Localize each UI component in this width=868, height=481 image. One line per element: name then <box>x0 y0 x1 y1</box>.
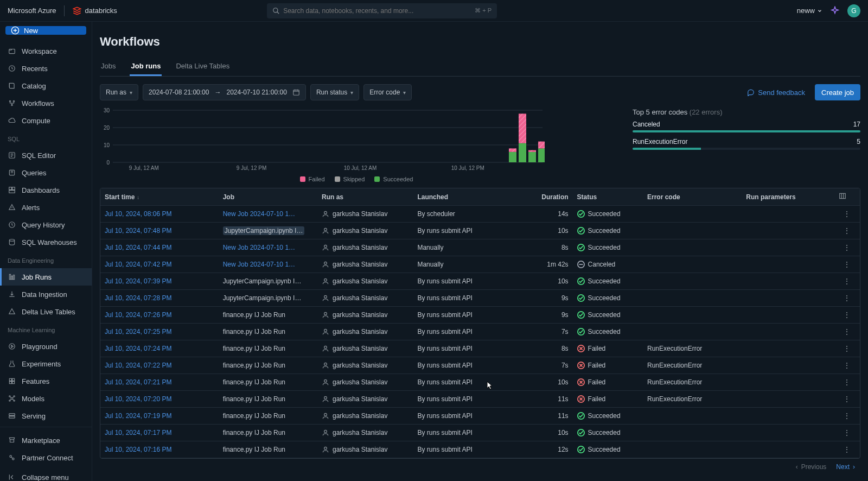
start-time-link[interactable]: Jul 10, 2024, 07:16 PM <box>105 446 171 453</box>
table-row[interactable]: Jul 10, 2024, 07:39 PMJupyterCampaign.ip… <box>100 273 860 290</box>
start-time-link[interactable]: Jul 10, 2024, 08:06 PM <box>105 210 171 218</box>
table-row[interactable]: Jul 10, 2024, 07:21 PMfinance.py IJ Job … <box>100 374 860 391</box>
assistant-icon[interactable] <box>830 6 840 16</box>
start-time-link[interactable]: Jul 10, 2024, 07:42 PM <box>105 261 171 268</box>
job-cell[interactable]: JupyterCampaign.ipynb I… <box>219 290 317 307</box>
sidebar-item-sql-editor[interactable]: SQL Editor <box>0 147 92 164</box>
table-row[interactable]: Jul 10, 2024, 07:42 PMNew Job 2024-07-10… <box>100 256 860 273</box>
table-row[interactable]: Jul 10, 2024, 07:24 PMfinance.py IJ Job … <box>100 340 860 357</box>
date-range-filter[interactable]: 2024-07-08 21:00:00 → 2024-07-10 21:00:0… <box>143 84 306 100</box>
row-kebab[interactable]: ⋮ <box>834 374 860 391</box>
start-time-link[interactable]: Jul 10, 2024, 07:19 PM <box>105 412 171 420</box>
table-row[interactable]: Jul 10, 2024, 07:48 PMJupyterCampaign.ip… <box>100 223 860 239</box>
table-row[interactable]: Jul 10, 2024, 07:17 PMfinance.py IJ Job … <box>100 425 860 441</box>
col-run-as[interactable]: Run as <box>317 188 413 206</box>
table-row[interactable]: Jul 10, 2024, 07:44 PMNew Job 2024-07-10… <box>100 239 860 256</box>
start-time-link[interactable]: Jul 10, 2024, 07:28 PM <box>105 294 171 302</box>
start-time-link[interactable]: Jul 10, 2024, 07:22 PM <box>105 362 171 369</box>
job-cell[interactable]: finance.py IJ Job Run <box>219 391 317 408</box>
col-start-time[interactable]: Start time↓ <box>100 188 219 206</box>
col-status[interactable]: Status <box>573 188 643 206</box>
row-kebab[interactable]: ⋮ <box>834 408 860 425</box>
sidebar-item-playground[interactable]: Playground <box>0 338 92 355</box>
job-cell[interactable]: finance.py IJ Job Run <box>219 340 317 357</box>
start-time-link[interactable]: Jul 10, 2024, 07:17 PM <box>105 429 171 436</box>
sidebar-item-serving[interactable]: Serving <box>0 407 92 425</box>
search-box[interactable]: ⌘ + P <box>267 3 497 18</box>
job-cell[interactable]: JupyterCampaign.ipynb I… <box>219 273 317 290</box>
col-settings[interactable] <box>834 188 860 206</box>
start-time-link[interactable]: Jul 10, 2024, 07:44 PM <box>105 244 171 251</box>
col-job[interactable]: Job <box>219 188 317 206</box>
runas-filter[interactable]: Run as ▾ <box>100 84 138 100</box>
start-time-link[interactable]: Jul 10, 2024, 07:24 PM <box>105 345 171 352</box>
tab-delta-live-tables[interactable]: Delta Live Tables <box>175 58 231 76</box>
job-cell[interactable]: finance.py IJ Job Run <box>219 357 317 374</box>
start-time-link[interactable]: Jul 10, 2024, 07:26 PM <box>105 311 171 319</box>
row-kebab[interactable]: ⋮ <box>834 441 860 458</box>
col-launched[interactable]: Launched <box>413 188 508 206</box>
row-kebab[interactable]: ⋮ <box>834 324 860 340</box>
search-input[interactable] <box>283 7 475 15</box>
job-cell[interactable]: finance.py IJ Job Run <box>219 441 317 458</box>
tab-jobs[interactable]: Jobs <box>100 58 117 76</box>
row-kebab[interactable]: ⋮ <box>834 206 860 223</box>
table-row[interactable]: Jul 10, 2024, 07:22 PMfinance.py IJ Job … <box>100 357 860 374</box>
table-row[interactable]: Jul 10, 2024, 07:26 PMfinance.py IJ Job … <box>100 307 860 324</box>
col-error-code[interactable]: Error code <box>643 188 742 206</box>
workspace-dropdown[interactable]: neww <box>797 7 822 15</box>
col-run-parameters[interactable]: Run parameters <box>742 188 834 206</box>
prev-page[interactable]: ‹ Previous <box>796 463 827 471</box>
table-row[interactable]: Jul 10, 2024, 07:19 PMfinance.py IJ Job … <box>100 408 860 425</box>
start-time-link[interactable]: Jul 10, 2024, 07:48 PM <box>105 227 171 235</box>
job-cell[interactable]: finance.py IJ Job Run <box>219 408 317 425</box>
brand-logo[interactable]: databricks <box>72 6 117 16</box>
job-cell[interactable]: finance.py IJ Job Run <box>219 374 317 391</box>
collapse-menu[interactable]: Collapse menu <box>0 469 92 481</box>
row-kebab[interactable]: ⋮ <box>834 340 860 357</box>
sidebar-item-features[interactable]: Features <box>0 372 92 390</box>
sidebar-item-data-ingestion[interactable]: Data Ingestion <box>0 286 92 303</box>
row-kebab[interactable]: ⋮ <box>834 273 860 290</box>
row-kebab[interactable]: ⋮ <box>834 223 860 239</box>
col-duration[interactable]: Duration <box>509 188 573 206</box>
row-kebab[interactable]: ⋮ <box>834 425 860 441</box>
tab-job-runs[interactable]: Job runs <box>130 58 162 76</box>
error-row[interactable]: Canceled17 <box>633 121 860 132</box>
sidebar-item-dashboards[interactable]: Dashboards <box>0 181 92 199</box>
next-page[interactable]: Next › <box>836 463 855 471</box>
avatar[interactable]: G <box>847 4 860 17</box>
sidebar-item-alerts[interactable]: Alerts <box>0 199 92 216</box>
errorcode-filter[interactable]: Error code ▾ <box>363 84 412 100</box>
sidebar-item-compute[interactable]: Compute <box>0 112 92 129</box>
job-cell[interactable]: New Job 2024-07-10 1… <box>219 239 317 256</box>
sidebar-item-experiments[interactable]: Experiments <box>0 355 92 372</box>
table-row[interactable]: Jul 10, 2024, 07:28 PMJupyterCampaign.ip… <box>100 290 860 307</box>
sidebar-item-recents[interactable]: Recents <box>0 60 92 77</box>
start-time-link[interactable]: Jul 10, 2024, 07:20 PM <box>105 395 171 403</box>
job-cell[interactable]: New Job 2024-07-10 1… <box>219 206 317 223</box>
runstatus-filter[interactable]: Run status ▾ <box>310 84 359 100</box>
row-kebab[interactable]: ⋮ <box>834 391 860 408</box>
sidebar-item-workflows[interactable]: Workflows <box>0 94 92 112</box>
job-cell[interactable]: finance.py IJ Job Run <box>219 425 317 441</box>
sidebar-item-sql-warehouses[interactable]: SQL Warehouses <box>0 233 92 251</box>
row-kebab[interactable]: ⋮ <box>834 239 860 256</box>
sidebar-item-queries[interactable]: Queries <box>0 164 92 181</box>
table-row[interactable]: Jul 10, 2024, 07:16 PMfinance.py IJ Job … <box>100 441 860 458</box>
job-cell[interactable]: New Job 2024-07-10 1… <box>219 256 317 273</box>
row-kebab[interactable]: ⋮ <box>834 290 860 307</box>
table-row[interactable]: Jul 10, 2024, 07:20 PMfinance.py IJ Job … <box>100 391 860 408</box>
create-job-button[interactable]: Create job <box>815 84 860 100</box>
sidebar-item-delta-live-tables[interactable]: Delta Live Tables <box>0 303 92 320</box>
row-kebab[interactable]: ⋮ <box>834 256 860 273</box>
sidebar-item-workspace[interactable]: Workspace <box>0 42 92 60</box>
row-kebab[interactable]: ⋮ <box>834 357 860 374</box>
new-button[interactable]: New <box>5 26 86 35</box>
sidebar-item-query-history[interactable]: Query History <box>0 216 92 233</box>
start-time-link[interactable]: Jul 10, 2024, 07:39 PM <box>105 277 171 285</box>
send-feedback-link[interactable]: Send feedback <box>747 88 805 97</box>
table-row[interactable]: Jul 10, 2024, 07:25 PMfinance.py IJ Job … <box>100 324 860 340</box>
start-time-link[interactable]: Jul 10, 2024, 07:21 PM <box>105 378 171 386</box>
sidebar-item-catalog[interactable]: Catalog <box>0 77 92 94</box>
